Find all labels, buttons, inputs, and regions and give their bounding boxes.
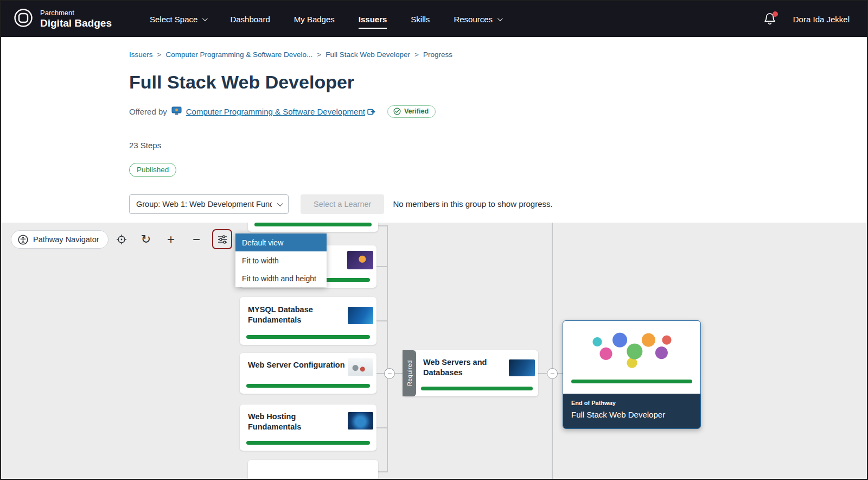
reset-view-button[interactable]: ↻ [137, 230, 155, 249]
pathway-badge-image [589, 326, 675, 372]
pathway-navigator-label: Pathway Navigator [33, 235, 99, 244]
brand-logo[interactable]: Parchment Digital Badges [1, 8, 112, 30]
accessibility-icon [18, 235, 28, 245]
nav-item-my-badges[interactable]: My Badges [294, 15, 335, 24]
end-of-pathway-card[interactable]: End of Pathway Full Stack Web Developer [563, 320, 701, 429]
issuer-thumbnail-icon [171, 106, 182, 117]
end-pathway-title: Full Stack Web Developer [571, 410, 692, 419]
connector-line [376, 320, 387, 321]
nav-item-issuers[interactable]: Issuers [359, 15, 387, 24]
connector-line [558, 373, 563, 374]
check-circle-icon [393, 108, 401, 115]
connector-line [394, 373, 403, 374]
progress-bar [571, 380, 692, 383]
progress-bar [254, 223, 372, 226]
collapse-node-button[interactable]: − [547, 368, 558, 379]
connector-line [376, 427, 387, 428]
nav-item-label: My Badges [294, 15, 335, 24]
notifications-button[interactable] [764, 12, 777, 26]
step-card-mysql[interactable]: MYSQL Database Fundamentals [240, 297, 376, 345]
step-card-web-servers-databases[interactable]: Required Web Servers and Databases [403, 350, 538, 396]
breadcrumb-issuers[interactable]: Issuers [129, 50, 153, 59]
page-title: Full Stack Web Developer [129, 72, 867, 93]
breadcrumb-pathway[interactable]: Full Stack Web Developer [326, 50, 410, 59]
plus-icon: + [167, 233, 175, 246]
group-select[interactable]: Group: Web 1: Web Development Fund [129, 194, 289, 214]
step-title: Web Servers and Databases [423, 357, 505, 378]
nav-item-select-space[interactable]: Select Space [150, 15, 206, 24]
menu-item-default-view[interactable]: Default view [235, 233, 327, 251]
connector-line [376, 225, 387, 226]
step-card-partial-top[interactable] [248, 223, 378, 232]
minus-icon: − [193, 233, 200, 246]
connector-trunk [552, 223, 553, 479]
breadcrumb-separator: > [317, 50, 321, 59]
brand-line2: Digital Badges [40, 17, 112, 29]
chevron-down-icon [202, 16, 208, 21]
verified-badge: Verified [387, 105, 436, 118]
step-card-web-server-config[interactable]: Web Server Configuration [240, 353, 376, 394]
pathway-navigator-button[interactable]: Pathway Navigator [11, 230, 108, 249]
menu-item-fit-to-width[interactable]: Fit to width [235, 251, 327, 269]
step-thumbnail [348, 412, 373, 430]
connector-line [538, 373, 547, 374]
progress-bar [246, 335, 370, 339]
steps-count: 23 Steps [129, 141, 867, 150]
breadcrumb-separator: > [157, 50, 162, 59]
select-learner-button[interactable]: Select a Learner [301, 194, 384, 214]
required-label: Required [403, 350, 416, 396]
view-options-menu: Default view Fit to width Fit to width a… [235, 233, 327, 287]
brand-line1: Parchment [40, 9, 112, 17]
breadcrumb-separator: > [414, 50, 419, 59]
collapse-node-button[interactable]: − [384, 368, 395, 379]
navbar-right: Dora Ida Jekkel [764, 12, 867, 26]
nav-item-skills[interactable]: Skills [411, 15, 430, 24]
top-navbar: Parchment Digital Badges Select Space Da… [1, 1, 867, 37]
view-options-button[interactable] [213, 230, 232, 249]
issuer-link[interactable]: Computer Programming & Software Developm… [186, 107, 375, 116]
progress-bar [246, 384, 370, 388]
step-card-web-hosting[interactable]: Web Hosting Fundamentals [240, 405, 376, 451]
sliders-icon [218, 235, 227, 244]
step-card-partial-bottom[interactable] [248, 460, 378, 479]
nav-item-label: Select Space [150, 15, 197, 24]
step-thumbnail [509, 359, 535, 376]
user-menu[interactable]: Dora Ida Jekkel [793, 15, 850, 24]
connector-line [376, 266, 387, 267]
menu-item-fit-to-width-and-height[interactable]: Fit to width and height [235, 269, 327, 287]
end-card-footer: End of Pathway Full Stack Web Developer [563, 394, 700, 428]
recenter-button[interactable] [112, 230, 131, 249]
group-select-value: Group: Web 1: Web Development Fund [136, 200, 272, 209]
nav-item-resources[interactable]: Resources [454, 15, 501, 24]
chevron-down-icon [497, 16, 503, 21]
page-content: Issuers > Computer Programming & Softwar… [1, 37, 867, 223]
published-status-badge: Published [129, 163, 176, 177]
step-title: Web Server Configuration [248, 360, 348, 370]
step-title: MYSQL Database Fundamentals [248, 305, 343, 325]
verified-label: Verified [404, 108, 429, 115]
nav-item-dashboard[interactable]: Dashboard [230, 15, 270, 24]
progress-controls: Group: Web 1: Web Development Fund Selec… [129, 194, 867, 214]
zoom-out-button[interactable]: − [187, 230, 206, 249]
parchment-seal-icon [13, 8, 34, 30]
primary-nav: Select Space Dashboard My Badges Issuers… [150, 15, 501, 24]
notification-badge [773, 11, 778, 17]
nav-item-label: Skills [411, 15, 430, 24]
progress-bar [246, 441, 370, 445]
step-title: Web Hosting Fundamentals [248, 412, 335, 432]
chevron-down-icon [277, 200, 283, 206]
breadcrumb-current: Progress [423, 50, 452, 59]
breadcrumb-issuer[interactable]: Computer Programming & Software Develo..… [165, 50, 312, 59]
end-of-pathway-label: End of Pathway [571, 400, 692, 406]
app-window: Parchment Digital Badges Select Space Da… [0, 0, 868, 480]
pathway-diagram: Pathway Navigator ↻ + − Default view Fit… [1, 223, 867, 479]
step-thumbnail [348, 358, 373, 376]
connector-trunk [387, 225, 388, 472]
external-link-icon [367, 108, 375, 115]
step-thumbnail [348, 307, 373, 324]
target-icon [116, 234, 127, 245]
zoom-in-button[interactable]: + [162, 230, 180, 249]
breadcrumb: Issuers > Computer Programming & Softwar… [129, 50, 867, 59]
rotate-icon: ↻ [141, 233, 151, 245]
brand-text: Parchment Digital Badges [40, 9, 112, 29]
